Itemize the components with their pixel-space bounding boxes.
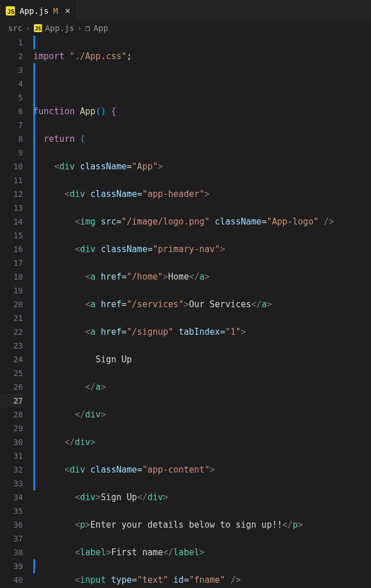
- js-icon: JS: [34, 24, 42, 32]
- close-icon[interactable]: ×: [65, 5, 71, 16]
- js-icon: JS: [6, 6, 15, 16]
- tab-app-js[interactable]: JS App.js M ×: [0, 0, 76, 21]
- breadcrumb-file[interactable]: App.js: [45, 24, 75, 33]
- tab-bar: JS App.js M ×: [0, 0, 371, 21]
- symbol-icon: ❒: [85, 24, 90, 33]
- chevron-right-icon: ›: [78, 24, 82, 32]
- tab-filename: App.js: [20, 6, 49, 16]
- line-gutter: 12345 678910 1112131415 1617181920 21222…: [0, 36, 33, 588]
- modified-indicator: M: [53, 6, 58, 16]
- breadcrumb-symbol[interactable]: App: [94, 24, 108, 33]
- code-area[interactable]: import "./App.css"; function App() { ret…: [33, 36, 371, 588]
- chevron-right-icon: ›: [26, 24, 30, 32]
- breadcrumb[interactable]: src › JS App.js › ❒ App: [0, 21, 371, 36]
- breadcrumb-src[interactable]: src: [8, 24, 22, 33]
- code-editor[interactable]: 12345 678910 1112131415 1617181920 21222…: [0, 36, 371, 588]
